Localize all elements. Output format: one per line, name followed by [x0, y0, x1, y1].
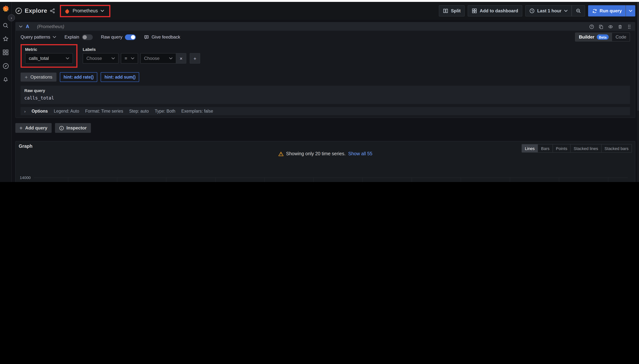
metric-highlight-box: Metric calls_total [20, 44, 78, 68]
query-datasource-hint: (Prometheus) [37, 24, 64, 29]
explore-header-compass-icon [15, 8, 22, 14]
graph-mode-switcher: LinesBarsPointsStacked linesStacked bars [522, 144, 632, 153]
options-step: Step: auto [129, 109, 149, 113]
inspector-button[interactable]: Inspector [55, 123, 91, 133]
explore-header: Explore Prometheus [12, 2, 639, 20]
code-mode-tab[interactable]: Code [612, 33, 630, 41]
svg-text:14000: 14000 [20, 176, 31, 180]
browser-top-strip [0, 0, 639, 2]
add-query-button[interactable]: +Add query [15, 123, 52, 133]
query-options-row: › Options Legend: Auto Format: Time seri… [20, 107, 630, 115]
label-operator-select[interactable]: = [121, 53, 138, 64]
options-title[interactable]: Options [32, 109, 48, 113]
editor-mode-switch: Builder Beta Code [575, 32, 630, 42]
chevron-down-icon [100, 10, 104, 12]
warning-icon [278, 151, 284, 156]
explain-label: Explain [64, 34, 79, 40]
raw-query-preview: Raw query calls_total [20, 86, 630, 104]
raw-query-toggle-item: Raw query [101, 34, 136, 40]
explore-compass-icon[interactable] [0, 60, 11, 71]
hint-add-sum-button[interactable]: hint: add sum() [101, 72, 139, 82]
add-label-filter-button[interactable]: + [190, 53, 200, 64]
query-row-header[interactable]: A (Prometheus) [16, 22, 635, 31]
split-button[interactable]: Split [439, 5, 465, 16]
query-help-icon[interactable] [589, 24, 594, 29]
hint-add-rate-button[interactable]: hint: add rate() [60, 72, 98, 82]
label-value-select[interactable]: Choose [140, 53, 176, 64]
add-to-dashboard-button[interactable]: Add to dashboard [468, 5, 522, 16]
zoom-out-time-button[interactable] [572, 5, 585, 16]
options-expand-icon[interactable]: › [24, 109, 26, 113]
raw-query-toggle[interactable] [125, 34, 136, 40]
chevron-down-icon [66, 57, 69, 60]
remove-label-filter-button[interactable]: × [176, 53, 186, 64]
graph-mode-points[interactable]: Points [553, 144, 571, 152]
operations-button[interactable]: + Operations [20, 72, 56, 82]
graph-panel: Graph LinesBarsPointsStacked linesStacke… [15, 141, 635, 182]
alerting-bell-icon[interactable] [0, 74, 11, 84]
query-editor-panel: A (Prometheus) [15, 22, 635, 118]
query-actions-row: +Add query Inspector [15, 123, 635, 133]
scrollbar-thumb[interactable] [638, 2, 639, 111]
graph-mode-bars[interactable]: Bars [538, 144, 553, 152]
chevron-down-icon [131, 57, 134, 60]
chevron-down-icon [629, 10, 632, 12]
time-range-label: Last 1 hour [537, 8, 561, 14]
time-range-picker[interactable]: Last 1 hour [525, 5, 571, 16]
options-format: Format: Time series [85, 109, 123, 113]
raw-query-preview-label: Raw query [24, 88, 626, 93]
metric-select[interactable]: calls_total [25, 53, 73, 64]
zoom-out-icon [576, 8, 581, 14]
hide-query-eye-icon[interactable] [608, 24, 613, 29]
refresh-icon [592, 8, 597, 13]
sidebar [0, 2, 12, 182]
builder-mode-tab[interactable]: Builder Beta [576, 33, 612, 41]
duplicate-query-icon[interactable] [598, 24, 604, 29]
graph-mode-stacked-lines[interactable]: Stacked lines [571, 144, 602, 152]
query-ref-id: A [26, 24, 29, 29]
explain-toggle[interactable] [82, 34, 92, 40]
expand-sidebar-button[interactable]: › [8, 14, 15, 21]
chevron-down-icon [53, 36, 56, 38]
options-legend: Legend: Auto [54, 109, 79, 113]
options-exemplars: Exemplars: false [181, 109, 213, 113]
clock-icon [530, 8, 534, 14]
starred-icon[interactable] [0, 34, 11, 44]
graph-mode-lines[interactable]: Lines [522, 144, 538, 152]
page-scrollbar[interactable] [637, 2, 639, 182]
chevron-down-icon [169, 57, 172, 60]
run-query-button[interactable]: Run query [588, 5, 626, 16]
collapse-query-icon[interactable] [19, 26, 22, 28]
dashboards-icon[interactable] [0, 47, 11, 58]
split-icon [443, 8, 448, 14]
run-query-dropdown[interactable] [626, 5, 635, 16]
warning-text: Showing only 20 time series. [286, 151, 346, 156]
query-patterns-dropdown[interactable]: Query patterns [20, 34, 56, 40]
chevron-down-icon [564, 10, 567, 12]
page-title: Explore [25, 8, 47, 14]
give-feedback-link[interactable]: Give feedback [144, 34, 180, 40]
show-all-series-link[interactable]: Show all 55 [348, 151, 372, 156]
raw-query-text: calls_total [24, 96, 626, 101]
datasource-picker[interactable]: Prometheus [60, 5, 110, 17]
label-name-select[interactable]: Choose [83, 53, 118, 64]
explore-content: A (Prometheus) [12, 20, 639, 182]
apps-grid-icon [472, 8, 477, 14]
comment-icon [144, 34, 149, 40]
drag-handle-icon[interactable] [627, 24, 632, 29]
share-icon[interactable] [50, 8, 55, 14]
labels-label: Labels [83, 47, 200, 52]
graph-mode-stacked-bars[interactable]: Stacked bars [602, 144, 632, 152]
chevron-down-icon [112, 57, 115, 60]
search-icon[interactable] [0, 20, 11, 31]
grafana-logo-icon[interactable] [0, 4, 11, 14]
labels-group: Labels Choose = [83, 44, 200, 64]
run-query-group: Run query [588, 5, 635, 16]
beta-badge: Beta [596, 34, 609, 40]
grafana-explore-page: › Explore [0, 0, 639, 182]
delete-query-trash-icon[interactable] [618, 24, 622, 29]
time-series-chart[interactable]: 23:2523:3023:3523:4023:4523:5023:5500:00… [19, 156, 632, 182]
info-icon [59, 126, 64, 130]
metric-label: Metric [25, 47, 73, 52]
raw-query-label: Raw query [101, 34, 122, 40]
